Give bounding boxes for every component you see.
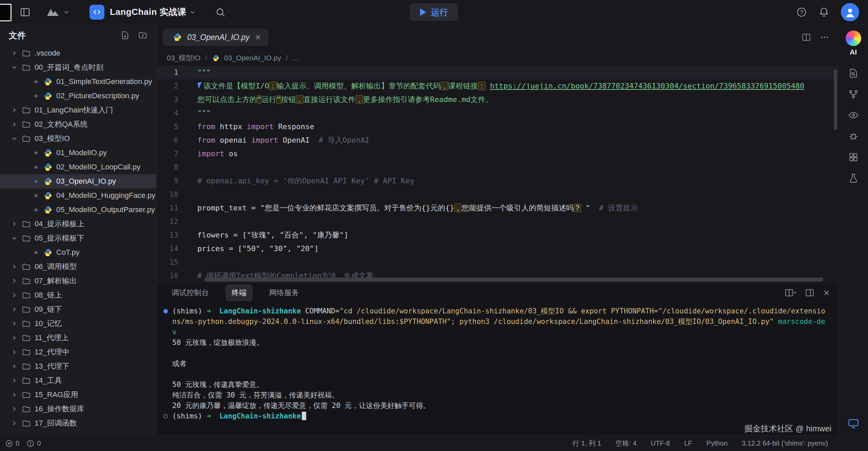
code-line-13[interactable]: flowers = ["玫瑰", "百合", "康乃馨"]	[188, 228, 838, 242]
code-editor[interactable]: 12345678910111213141516 """该文件是【模型I/O：输入…	[157, 66, 838, 283]
panel-split-icon[interactable]	[785, 288, 797, 298]
more-actions-icon[interactable]	[820, 33, 829, 42]
terminal-line: 纯洁百合，仅需 30 元，芬芳满溢，传递美好祝福。	[172, 390, 828, 401]
new-folder-icon[interactable]	[138, 30, 147, 40]
panel-layout-icon[interactable]	[805, 288, 814, 298]
python-icon	[43, 78, 53, 86]
tree-folder-02_文档QA系统[interactable]: 02_文档QA系统	[0, 117, 156, 131]
panel-close-icon[interactable]	[823, 289, 831, 297]
run-button[interactable]: 运行	[410, 3, 458, 21]
code-line-11[interactable]: prompt_text = "您是一位专业的鲜花店文案撰写员。对于售价为{}元的…	[188, 201, 838, 215]
chevron-down-icon[interactable]	[189, 9, 196, 16]
tree-folder-03_模型IO[interactable]: 03_模型IO	[0, 131, 156, 146]
cursor-position[interactable]: 行 1, 列 1	[573, 439, 601, 448]
search-icon[interactable]	[215, 7, 226, 18]
errors-indicator[interactable]: 0	[5, 439, 19, 447]
tree-folder-01_LangChain快速入门[interactable]: 01_LangChain快速入门	[0, 103, 156, 117]
breadcrumb-more[interactable]: ...	[293, 54, 299, 62]
python-interpreter[interactable]: 3.12.2 64-bit ('shims': pyenv)	[742, 439, 828, 447]
tree-folder-08_链上[interactable]: 08_链上	[0, 288, 156, 302]
warnings-indicator[interactable]: 0	[27, 439, 41, 447]
flask-icon[interactable]	[848, 173, 859, 184]
code-line-15[interactable]	[188, 255, 838, 269]
tree-folder-10_记忆[interactable]: 10_记忆	[0, 316, 156, 331]
code-line-12[interactable]	[188, 215, 838, 228]
tree-folder-14_工具[interactable]: 14_工具	[0, 373, 156, 388]
code-line-14[interactable]: prices = ["50", "30", "20"]	[188, 242, 838, 255]
eye-icon[interactable]	[848, 110, 859, 121]
code-line-5[interactable]: from httpx import Response	[188, 120, 838, 134]
code-line-6[interactable]: from openai import OpenAI # 导入OpenAI	[188, 134, 838, 147]
bug-icon[interactable]	[848, 131, 859, 142]
code-line-8[interactable]	[188, 161, 838, 174]
horizontal-scrollbar[interactable]	[204, 278, 823, 282]
tree-file-03_OpenAI_IO.py[interactable]: 03_OpenAI_IO.py	[0, 174, 156, 188]
tree-file-04_ModelIO_HuggingFace.py[interactable]: 04_ModelIO_HuggingFace.py	[0, 188, 156, 203]
tree-folder-11_代理上[interactable]: 11_代理上	[0, 331, 156, 345]
tree-item-label: 17_回调函数	[35, 418, 77, 428]
file-search-icon[interactable]	[848, 68, 859, 79]
extensions-icon[interactable]	[848, 152, 859, 163]
close-icon[interactable]	[254, 34, 262, 41]
app-logo-icon[interactable]	[45, 7, 60, 17]
help-icon[interactable]: ?	[796, 7, 807, 18]
encoding[interactable]: UTF-8	[651, 439, 670, 447]
tree-folder-12_代理中[interactable]: 12_代理中	[0, 345, 156, 359]
panel-tab-调试控制台[interactable]: 调试控制台	[166, 285, 214, 301]
code-line-7[interactable]: import os	[188, 147, 838, 161]
code-line-4[interactable]: """	[188, 106, 838, 120]
tree-file-02_PictureDescription.py[interactable]: 02_PictureDescription.py	[0, 89, 156, 103]
line-number: 9	[157, 174, 188, 188]
code-line-9[interactable]: # openai.api_key = '你的OpenAI API Key' # …	[188, 174, 838, 188]
notifications-bell-icon[interactable]	[818, 7, 829, 18]
git-fork-icon[interactable]	[848, 89, 859, 100]
tree-folder-05_提示模板下[interactable]: 05_提示模板下	[0, 231, 156, 245]
terminal[interactable]: (shims) ➜ LangChain-shizhanke COMMAND="c…	[157, 303, 838, 435]
breadcrumb-folder[interactable]: 03_模型IO	[167, 53, 200, 63]
language-mode[interactable]: Python	[706, 439, 727, 447]
eol[interactable]: LF	[684, 439, 692, 447]
chevron-icon	[10, 50, 18, 56]
tree-file-01_ModelIO.py[interactable]: 01_ModelIO.py	[0, 146, 156, 160]
ai-assistant-button[interactable]: AI	[846, 30, 861, 56]
tree-folder-16_操作数据库[interactable]: 16_操作数据库	[0, 402, 156, 416]
tree-folder-09_链下[interactable]: 09_链下	[0, 302, 156, 316]
tree-file-05_ModelIO_OutputParser.py[interactable]: 05_ModelIO_OutputParser.py	[0, 203, 156, 217]
tree-file-01_SimpleTextGeneration.py[interactable]: 01_SimpleTextGeneration.py	[0, 75, 156, 89]
remote-monitor-icon[interactable]	[847, 417, 860, 429]
line-number: 12	[157, 215, 188, 228]
chevron-down-icon[interactable]	[63, 9, 70, 16]
panel-tab-网络服务[interactable]: 网络服务	[264, 285, 304, 301]
code-line-2[interactable]: 该文件是【模型I/O：输入提示、调用模型、解析输出】章节的配套代码，课程链接： …	[188, 79, 838, 93]
new-file-icon[interactable]	[120, 30, 130, 40]
user-avatar[interactable]	[841, 3, 859, 21]
tree-folder-07_解析输出[interactable]: 07_解析输出	[0, 274, 156, 288]
tree-folder-06_调用模型[interactable]: 06_调用模型	[0, 260, 156, 274]
sidebar-toggle-icon[interactable]	[20, 7, 31, 18]
code-line-10[interactable]	[188, 188, 838, 201]
tree-file-02_ModelIO_LoopCall.py[interactable]: 02_ModelIO_LoopCall.py	[0, 160, 156, 174]
split-editor-icon[interactable]	[802, 33, 811, 42]
line-number: 7	[157, 147, 188, 161]
tree-folder-00_开篇词_奇点时刻[interactable]: 00_开篇词_奇点时刻	[0, 60, 156, 75]
tree-folder-17_回调函数[interactable]: 17_回调函数	[0, 416, 156, 430]
tab-03_OpenAI_IO.py[interactable]: 03_OpenAI_IO.py	[163, 29, 269, 46]
chevron-icon	[10, 349, 18, 355]
panel-tab-终端[interactable]: 终端	[226, 285, 252, 301]
indentation[interactable]: 空格: 4	[615, 439, 636, 448]
line-number: 1	[157, 66, 188, 79]
tree-folder-15_RAG应用[interactable]: 15_RAG应用	[0, 388, 156, 402]
tree-file-CoT.py[interactable]: CoT.py	[0, 245, 156, 260]
run-button-label: 运行	[431, 7, 448, 18]
panel-tabbar: 调试控制台终端网络服务	[157, 283, 838, 303]
breadcrumb-file[interactable]: 03_OpenAI_IO.py	[224, 54, 281, 62]
terminal-line: 50 元玫瑰，传递真挚爱意。	[172, 380, 828, 390]
tree-folder-04_提示模板上[interactable]: 04_提示模板上	[0, 217, 156, 231]
command-success-dot-icon	[163, 309, 168, 313]
code-line-1[interactable]: """	[188, 66, 838, 79]
vertical-scrollbar[interactable]	[834, 69, 837, 130]
explorer-header: 文件	[0, 24, 156, 46]
tree-folder-.vscode[interactable]: .vscode	[0, 46, 156, 60]
tree-folder-13_代理下[interactable]: 13_代理下	[0, 359, 156, 373]
code-line-3[interactable]: 您可以点击上方的“运行”按钮，直接运行该文件，更多操作指引请参考Readme.m…	[188, 93, 838, 106]
